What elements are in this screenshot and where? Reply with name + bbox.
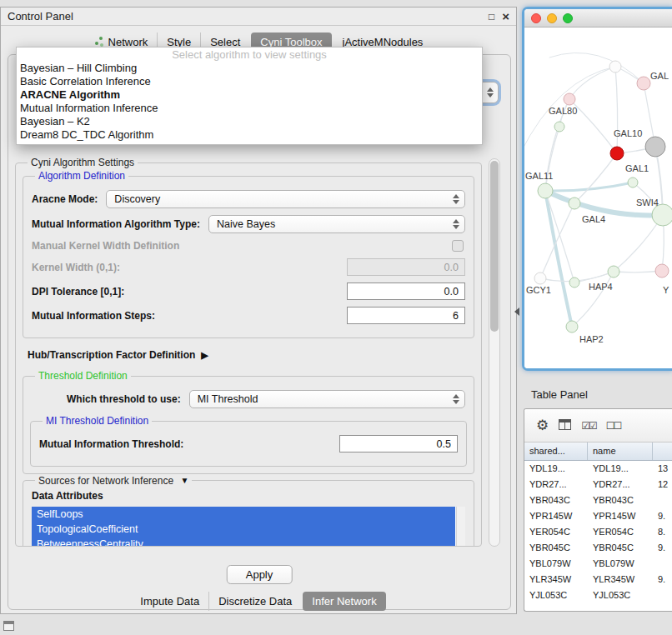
- network-node[interactable]: [569, 198, 580, 209]
- network-node[interactable]: [637, 77, 650, 90]
- window-controls: □ ×: [489, 11, 509, 22]
- splitter-collapse-icon[interactable]: [514, 308, 519, 316]
- network-edge[interactable]: [545, 127, 559, 191]
- network-node[interactable]: [564, 93, 575, 105]
- network-node[interactable]: [655, 264, 669, 278]
- algorithm-option-dream8-dc-tdc-algorithm[interactable]: Dream8 DC_TDC Algorithm: [17, 128, 482, 142]
- dpi-tolerance-row: DPI Tolerance [0,1]: 0.0: [32, 282, 465, 300]
- table-row[interactable]: YJL053CYJL053C: [524, 588, 672, 603]
- tab-impute-data[interactable]: Impute Data: [131, 592, 208, 611]
- network-node[interactable]: [554, 122, 564, 132]
- mi-algorithm-type-value: Naive Bayes: [217, 218, 452, 230]
- table-row[interactable]: YPR145WYPR145W9.: [524, 508, 672, 524]
- gear-icon[interactable]: ⚙: [536, 417, 549, 434]
- combo-stepper-icon: [486, 88, 494, 98]
- which-threshold-value: MI Threshold: [198, 393, 452, 405]
- scrollbar-thumb[interactable]: [490, 161, 499, 332]
- sources-title[interactable]: Sources for Network Inference ▼: [35, 474, 192, 487]
- attribute-item-betweennesscentrality[interactable]: BetweennessCentrality: [32, 537, 455, 547]
- table-cell: YBR045C: [588, 540, 653, 556]
- combo-stepper-icon: [452, 219, 459, 229]
- table-cell: YBL079W: [588, 556, 653, 572]
- mi-algorithm-type-label: Mutual Information Algorithm Type:: [32, 218, 200, 230]
- float-window-icon[interactable]: □: [489, 11, 494, 22]
- mi-steps-field[interactable]: 6: [347, 307, 465, 324]
- table-cell: 9.: [653, 572, 672, 588]
- control-panel-titlebar[interactable]: Control Panel □ ×: [1, 8, 516, 26]
- network-edge[interactable]: [549, 52, 644, 83]
- network-node[interactable]: [538, 183, 553, 198]
- network-node[interactable]: [608, 266, 619, 278]
- column-header-name[interactable]: name: [588, 442, 653, 460]
- settings-scrollbar[interactable]: [489, 158, 500, 547]
- list-scrollbar[interactable]: [456, 507, 465, 547]
- algorithm-option-bayesian-k2[interactable]: Bayesian – K2: [17, 115, 482, 128]
- algorithm-option-bayesian-hill-climbing[interactable]: Bayesian – Hill Climbing: [17, 62, 482, 75]
- tab-discretize-data[interactable]: Discretize Data: [208, 592, 301, 611]
- table-row[interactable]: YER054CYER054C8.: [524, 524, 672, 540]
- aracne-mode-row: Aracne Mode: Discovery: [32, 190, 465, 208]
- table-row[interactable]: YBR045CYBR045C9.: [524, 540, 672, 556]
- data-attributes-list[interactable]: SelfLoopsTopologicalCoefficientBetweenne…: [32, 507, 465, 547]
- network-node[interactable]: [534, 272, 546, 284]
- dpi-tolerance-field[interactable]: 0.0: [347, 282, 465, 300]
- tab-infer-network[interactable]: Infer Network: [303, 592, 385, 611]
- close-window-icon[interactable]: ×: [502, 12, 509, 22]
- sources-group: Sources for Network Inference ▼ Data Att…: [23, 474, 474, 547]
- network-node[interactable]: [610, 147, 624, 160]
- mi-algorithm-type-combo[interactable]: Naive Bayes: [208, 215, 465, 233]
- network-edge[interactable]: [614, 271, 662, 272]
- network-node[interactable]: [566, 321, 578, 332]
- attribute-item-topologicalcoefficient[interactable]: TopologicalCoefficient: [32, 522, 455, 537]
- zoom-traffic-light-icon[interactable]: [563, 13, 573, 23]
- column-header-extra[interactable]: [653, 442, 672, 460]
- kernel-width-row: Kernel Width (0,1): 0.0: [32, 258, 465, 276]
- algorithm-option-aracne-algorithm[interactable]: ARACNE Algorithm: [17, 88, 482, 102]
- table-row[interactable]: YDL19...YDL19...13: [524, 461, 672, 477]
- network-graph: GALGAL80GAL10GAL11GAL1SWI4GAL4GCY1HAP4HA…: [524, 28, 672, 371]
- dock-icon-bar: [4, 622, 13, 624]
- network-edge[interactable]: [615, 67, 618, 153]
- apply-button[interactable]: Apply: [227, 565, 293, 584]
- popup-placeholder[interactable]: Select algorithm to view settings: [17, 48, 482, 62]
- table-row[interactable]: YBL079WYBL079W: [524, 556, 672, 572]
- columns-icon[interactable]: [559, 418, 571, 433]
- deselect-rows-icon[interactable]: ☐☐: [606, 420, 621, 432]
- network-node[interactable]: [569, 278, 579, 288]
- algorithm-option-mutual-information-inference[interactable]: Mutual Information Inference: [17, 102, 482, 115]
- network-edge[interactable]: [545, 182, 633, 191]
- algorithm-option-basic-correlation-inference[interactable]: Basic Correlation Inference: [17, 75, 482, 88]
- table-row[interactable]: YBR043CYBR043C: [524, 492, 672, 508]
- which-threshold-combo[interactable]: MI Threshold: [189, 390, 465, 408]
- kernel-width-field[interactable]: 0.0: [347, 258, 465, 276]
- node-label-gal: GAL: [650, 71, 669, 81]
- node-label-gal80: GAL80: [549, 106, 577, 116]
- network-canvas[interactable]: GALGAL80GAL10GAL11GAL1SWI4GAL4GCY1HAP4HA…: [524, 28, 672, 368]
- table-cell: YJL053C: [588, 588, 653, 603]
- column-header-shared[interactable]: shared...: [524, 442, 588, 460]
- algorithm-dropdown-popup: Select algorithm to view settings Bayesi…: [16, 47, 483, 145]
- attribute-item-selfloops[interactable]: SelfLoops: [32, 507, 455, 522]
- manual-kernel-checkbox[interactable]: [452, 240, 464, 252]
- minimized-panel-icon[interactable]: [3, 621, 14, 631]
- network-edge[interactable]: [574, 153, 617, 203]
- kernel-width-label: Kernel Width (0,1):: [32, 262, 120, 273]
- table-cell: 9.: [653, 540, 672, 556]
- mi-steps-label: Mutual Information Steps:: [32, 310, 155, 322]
- network-window-titlebar[interactable]: [524, 9, 672, 28]
- aracne-mode-combo[interactable]: Discovery: [106, 190, 465, 208]
- control-panel-title: Control Panel: [8, 10, 73, 22]
- table-cell: YPR145W: [524, 508, 588, 524]
- minimize-traffic-light-icon[interactable]: [547, 13, 557, 23]
- network-node[interactable]: [609, 61, 621, 72]
- hub-definition-label: Hub/Transcription Factor Definition: [28, 349, 195, 361]
- select-rows-icon[interactable]: ☑☑: [581, 420, 596, 432]
- mi-threshold-field[interactable]: 0.5: [339, 435, 458, 452]
- close-traffic-light-icon[interactable]: [531, 13, 541, 23]
- network-node[interactable]: [645, 137, 665, 157]
- hub-definition-toggle[interactable]: Hub/Transcription Factor Definition ▶: [28, 349, 473, 361]
- network-node[interactable]: [628, 178, 638, 188]
- table-row[interactable]: YDR27...YDR27...12: [524, 477, 672, 492]
- table-row[interactable]: YLR345WYLR345W9.: [524, 572, 672, 588]
- network-edge[interactable]: [614, 215, 663, 272]
